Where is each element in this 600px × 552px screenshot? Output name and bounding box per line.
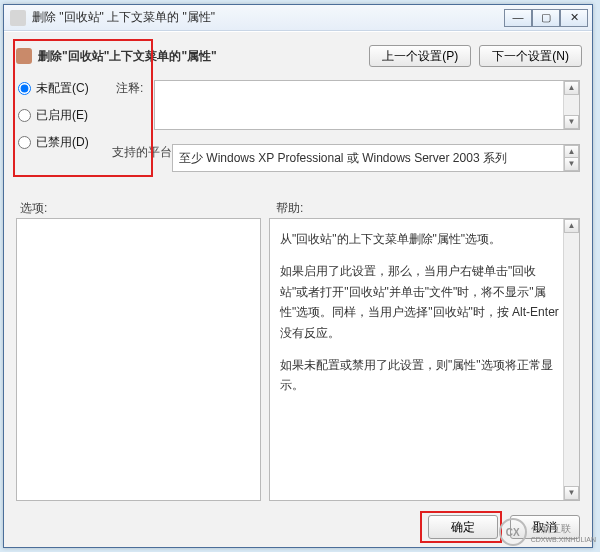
comment-textbox[interactable]: ▲ ▼ xyxy=(154,80,580,130)
watermark-subtext: CDXWB.XINHULIAN xyxy=(531,536,596,543)
comment-scrollbar[interactable]: ▲ ▼ xyxy=(563,81,579,129)
radio-not-configured-label: 未配置(C) xyxy=(36,80,89,97)
help-paragraph: 从"回收站"的上下文菜单删除"属性"选项。 xyxy=(280,229,559,249)
scroll-down-icon[interactable]: ▼ xyxy=(564,157,579,171)
window-controls: — ▢ ✕ xyxy=(504,9,588,27)
close-button[interactable]: ✕ xyxy=(560,9,588,27)
watermark-text: 创新互联 xyxy=(531,522,596,536)
scroll-down-icon[interactable]: ▼ xyxy=(564,486,579,500)
ok-button[interactable]: 确定 xyxy=(428,515,498,539)
policy-icon xyxy=(16,48,32,64)
help-panel: 从"回收站"的上下文菜单删除"属性"选项。 如果启用了此设置，那么，当用户右键单… xyxy=(269,218,580,501)
help-scrollbar[interactable]: ▲ ▼ xyxy=(563,219,579,500)
comment-label: 注释: xyxy=(116,80,143,97)
scroll-up-icon[interactable]: ▲ xyxy=(564,81,579,95)
watermark: CX 创新互联 CDXWB.XINHULIAN xyxy=(499,518,596,546)
maximize-button[interactable]: ▢ xyxy=(532,9,560,27)
titlebar[interactable]: 删除 "回收站" 上下文菜单的 "属性" — ▢ ✕ xyxy=(4,5,592,31)
dialog-window: 删除 "回收站" 上下文菜单的 "属性" — ▢ ✕ 删除"回收站"上下文菜单的… xyxy=(3,4,593,548)
next-setting-button[interactable]: 下一个设置(N) xyxy=(479,45,582,67)
radio-disabled[interactable]: 已禁用(D) xyxy=(16,134,111,151)
platform-textbox: 至少 Windows XP Professional 或 Windows Ser… xyxy=(172,144,580,172)
minimize-button[interactable]: — xyxy=(504,9,532,27)
scroll-down-icon[interactable]: ▼ xyxy=(564,115,579,129)
options-panel xyxy=(16,218,261,501)
platform-label: 支持的平台: xyxy=(112,144,175,161)
radio-not-configured-input[interactable] xyxy=(18,82,31,95)
state-radio-group: 未配置(C) 已启用(E) 已禁用(D) xyxy=(16,80,111,161)
app-icon xyxy=(10,10,26,26)
radio-enabled[interactable]: 已启用(E) xyxy=(16,107,111,124)
radio-enabled-input[interactable] xyxy=(18,109,31,122)
help-paragraph: 如果未配置或禁用了此设置，则"属性"选项将正常显示。 xyxy=(280,355,559,396)
radio-disabled-label: 已禁用(D) xyxy=(36,134,89,151)
policy-title: 删除"回收站"上下文菜单的"属性" xyxy=(38,48,361,65)
radio-disabled-input[interactable] xyxy=(18,136,31,149)
options-label: 选项: xyxy=(20,200,47,217)
header-row: 删除"回收站"上下文菜单的"属性" 上一个设置(P) 下一个设置(N) xyxy=(16,42,582,70)
platform-text: 至少 Windows XP Professional 或 Windows Ser… xyxy=(179,151,507,165)
help-label: 帮助: xyxy=(276,200,303,217)
help-paragraph: 如果启用了此设置，那么，当用户右键单击"回收站"或者打开"回收站"并单击"文件"… xyxy=(280,261,559,343)
title-text: 删除 "回收站" 上下文菜单的 "属性" xyxy=(32,9,504,26)
scroll-up-icon[interactable]: ▲ xyxy=(564,219,579,233)
radio-not-configured[interactable]: 未配置(C) xyxy=(16,80,111,97)
radio-enabled-label: 已启用(E) xyxy=(36,107,88,124)
prev-setting-button[interactable]: 上一个设置(P) xyxy=(369,45,471,67)
platform-scrollbar[interactable]: ▲ ▼ xyxy=(563,145,579,171)
watermark-logo: CX xyxy=(499,518,527,546)
dialog-body: 删除"回收站"上下文菜单的"属性" 上一个设置(P) 下一个设置(N) 未配置(… xyxy=(4,31,592,547)
